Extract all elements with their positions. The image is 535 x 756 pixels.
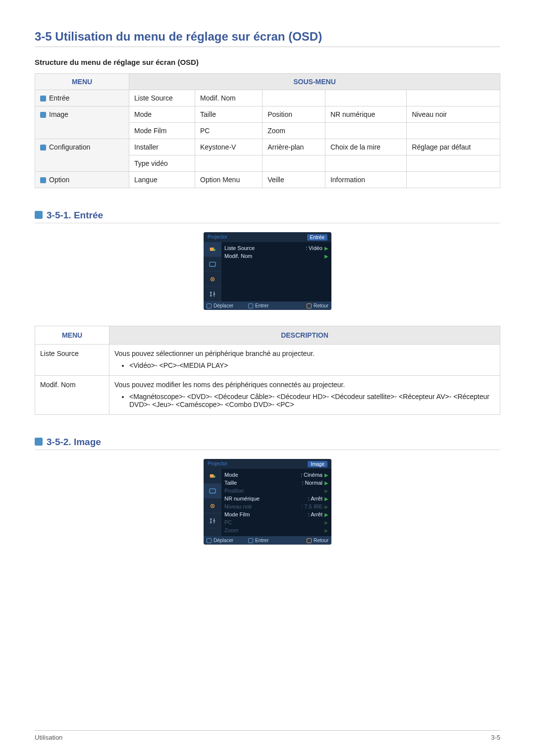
desc-text: Vous pouvez modifier les noms des périph… <box>114 381 345 389</box>
osd-item-label: Modif. Nom <box>224 253 252 259</box>
osd-item-row: Niveau noir: 7.5 IRE▶ <box>224 503 328 510</box>
osd-tab-strip <box>204 242 221 302</box>
cell <box>407 172 500 188</box>
osd-tab-option-icon <box>204 287 221 302</box>
section-image-title: 3-5-2. Image <box>47 437 101 447</box>
chevron-right-icon: ▶ <box>324 472 328 478</box>
th-description: DESCRIPTION <box>109 326 500 345</box>
osd-brand: Projector <box>208 234 227 241</box>
cell: Modif. Nom <box>195 90 263 106</box>
cell: PC <box>195 123 263 139</box>
entree-section-icon <box>35 211 43 219</box>
osd-brand: Projector <box>208 461 227 467</box>
section-image-heading: 3-5-2. Image <box>35 437 500 450</box>
osd-tab-image-icon <box>204 484 221 499</box>
menu-image-label: Image <box>49 110 68 118</box>
cell: Installer <box>129 139 195 155</box>
osd-nav-enter: Entrer <box>248 303 268 308</box>
osd-item-value: : Normal <box>302 480 322 486</box>
cell: Zoom <box>263 123 325 139</box>
th-sousmenu: SOUS-MENU <box>129 74 500 90</box>
cell: Niveau noir <box>407 106 500 123</box>
cell: Mode <box>129 106 195 123</box>
chevron-right-icon: ▶ <box>324 520 328 525</box>
cell <box>195 155 263 172</box>
chevron-right-icon: ▶ <box>324 246 328 251</box>
osd-nav-move: Déplacer <box>207 303 233 308</box>
back-icon <box>307 303 312 308</box>
cell <box>325 90 406 106</box>
osd-item-label: Mode Film <box>224 511 250 517</box>
cell: Option Menu <box>195 172 263 188</box>
osd-item-label: Mode <box>224 472 238 478</box>
osd-tab-entree-icon <box>204 242 221 257</box>
osd-item-label: Taille <box>224 480 237 486</box>
move-icon <box>207 538 212 543</box>
osd-item-label: NR numérique <box>224 496 260 502</box>
desc-bullet: <Vidéo>- <PC>-<MEDIA PLAY> <box>129 361 495 369</box>
osd-item-label: PC <box>224 519 232 525</box>
cell: Keystone-V <box>195 139 263 155</box>
svg-point-4 <box>212 278 214 280</box>
osd-item-row: Mode Film: Arrêt▶ <box>224 510 328 518</box>
menu-option: Option <box>35 172 129 188</box>
osd-item-row: Zoom▶ <box>224 526 328 534</box>
osd-item-label: Niveau noir <box>224 504 252 509</box>
menu-entree-label: Entrée <box>49 94 69 102</box>
cell <box>407 90 500 106</box>
back-icon <box>307 538 312 543</box>
osd-nav-enter: Entrer <box>248 538 268 543</box>
osd-item-value: : 7.5 IRE <box>301 504 322 509</box>
desc-row-text: Vous pouvez sélectionner un périphérique… <box>109 345 500 376</box>
cell: Information <box>325 172 406 188</box>
footer-right: 3-5 <box>491 734 500 741</box>
chevron-right-icon: ▶ <box>324 253 328 259</box>
svg-rect-7 <box>210 489 215 493</box>
desc-bullet: <Magnétoscope>- <DVD>- <Décodeur Câble>-… <box>129 393 495 408</box>
page-subtitle: Structure du menu de réglage sur écran (… <box>35 58 500 66</box>
osd-item-row: PC▶ <box>224 518 328 526</box>
osd-tab-image-icon <box>204 257 221 272</box>
page-footer: Utilisation 3-5 <box>35 730 500 741</box>
osd-nav-back: Retour <box>307 303 328 308</box>
chevron-right-icon: ▶ <box>324 528 328 533</box>
chevron-right-icon: ▶ <box>324 488 328 494</box>
svg-rect-2 <box>210 262 215 266</box>
osd-tab-entree-icon <box>204 469 221 484</box>
osd-tab-config-icon <box>204 499 221 513</box>
osd-structure-table: MENU SOUS-MENU Entrée Liste Source Modif… <box>35 73 500 188</box>
cell: Liste Source <box>129 90 195 106</box>
osd-item-value: : Vidéo <box>306 245 322 251</box>
chevron-right-icon: ▶ <box>324 480 328 486</box>
cell: Taille <box>195 106 263 123</box>
desc-row-menu: Liste Source <box>35 345 109 376</box>
entree-description-table: MENU DESCRIPTION Liste Source Vous pouve… <box>35 326 500 415</box>
osd-item-label: Zoom <box>224 527 238 533</box>
cell: Mode Film <box>129 123 195 139</box>
enter-icon <box>248 538 253 543</box>
cell: NR numérique <box>325 106 406 123</box>
osd-section-label: Entrée <box>307 234 327 241</box>
th-menu: MENU <box>35 326 109 345</box>
cell: Langue <box>129 172 195 188</box>
footer-left: Utilisation <box>35 734 62 741</box>
cell <box>325 155 406 172</box>
cell: Type vidéo <box>129 155 195 172</box>
cell: Arrière-plan <box>263 139 325 155</box>
osd-item-label: Position <box>224 488 244 494</box>
move-icon <box>207 303 212 308</box>
cell <box>263 155 325 172</box>
chevron-right-icon: ▶ <box>324 504 328 509</box>
osd-tab-config-icon <box>204 272 221 287</box>
osd-item-row: NR numérique: Arrêt▶ <box>224 495 328 503</box>
osd-item-value: : Cinéma <box>301 472 322 478</box>
desc-row-menu: Modif. Nom <box>35 376 109 415</box>
configuration-icon <box>40 145 46 151</box>
desc-row-text: Vous pouvez modifier les noms des périph… <box>109 376 500 415</box>
menu-image: Image <box>35 106 129 139</box>
image-icon <box>40 112 46 118</box>
osd-item-row: Modif. Nom▶ <box>224 252 328 260</box>
osd-item-value: : Arrêt <box>308 496 322 502</box>
osd-item-label: Liste Source <box>224 245 255 251</box>
osd-item-row: Liste Source: Vidéo▶ <box>224 244 328 252</box>
